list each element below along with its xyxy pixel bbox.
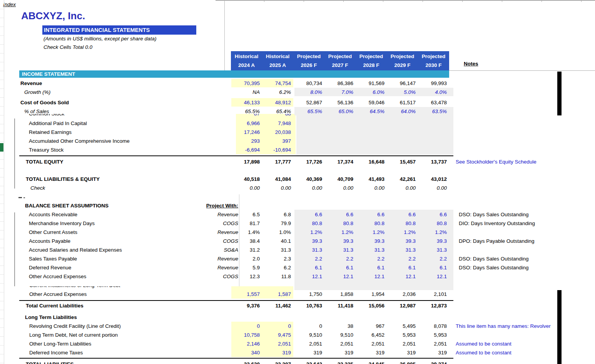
cell-total_liab-c4[interactable]: 24,845 <box>356 360 384 364</box>
cell-ar-c2[interactable]: 6.6 <box>293 210 322 219</box>
cell-ltd-c2[interactable]: 9,510 <box>293 331 322 339</box>
cell-mid-c0[interactable]: 81.7 <box>231 219 260 228</box>
cell-mid-c6[interactable]: 80.8 <box>418 219 447 228</box>
cell-check-c4[interactable]: 0.00 <box>356 184 384 192</box>
cell-total_le-c5[interactable]: 42,261 <box>387 175 416 184</box>
cell-check-c6[interactable]: 0.00 <box>418 184 447 192</box>
cell-retained-c1[interactable]: 20,038 <box>262 128 291 137</box>
cell-cogs-c5[interactable]: 61,517 <box>387 98 416 107</box>
cell-dr-c5[interactable]: 6.1 <box>387 263 416 272</box>
cell-total_le-c6[interactable]: 43,012 <box>418 175 447 184</box>
cell-dr-c4[interactable]: 6.1 <box>356 263 384 272</box>
cell-cogs-c0[interactable]: 46,133 <box>231 98 260 107</box>
cell-total_le-c0[interactable]: 40,518 <box>231 175 260 184</box>
cell-oca-c6[interactable]: 1.2% <box>418 228 447 237</box>
cell-stp-c3[interactable]: 2.2 <box>324 254 353 263</box>
cell-oca-c1[interactable]: 1.0% <box>262 228 291 237</box>
cell-total_equity-c2[interactable]: 17,726 <box>293 157 322 166</box>
cell-oae_a-c1[interactable]: 11.8 <box>262 272 291 281</box>
cell-oae_a-c0[interactable]: 12.3 <box>231 272 260 281</box>
cell-common_stock-c1[interactable]: 88 <box>262 114 291 118</box>
cell-dr-c2[interactable]: 6.1 <box>293 263 322 272</box>
cell-ar-c5[interactable]: 6.6 <box>387 210 416 219</box>
cell-stp-c5[interactable]: 2.2 <box>387 254 416 263</box>
cell-cogs-c3[interactable]: 56,136 <box>324 98 353 107</box>
cell-total_equity-c1[interactable]: 17,777 <box>262 157 291 166</box>
cell-retained-c0[interactable]: 17,246 <box>231 128 260 137</box>
cell-ar-c4[interactable]: 6.6 <box>356 210 384 219</box>
cell-treasury-c0[interactable]: -6,694 <box>231 145 260 154</box>
cell-oca-c0[interactable]: 1.4% <box>231 228 260 237</box>
cell-total_equity-c3[interactable]: 17,374 <box>324 157 353 166</box>
cell-apic-c1[interactable]: 7,948 <box>262 119 291 128</box>
cell-ltd-c4[interactable]: 6,452 <box>356 331 384 339</box>
cell-oltl-c1[interactable]: 2,051 <box>262 339 291 348</box>
cell-revolver-c3[interactable]: 38 <box>324 322 353 331</box>
cell-revenue-c1[interactable]: 74,754 <box>262 79 291 88</box>
cell-oca-c3[interactable]: 1.2% <box>324 228 353 237</box>
cell-revolver-c4[interactable]: 967 <box>356 322 384 331</box>
cell-mid-c1[interactable]: 79.9 <box>262 219 291 228</box>
cell-ar-c6[interactable]: 6.6 <box>418 210 447 219</box>
cell-oca-c4[interactable]: 1.2% <box>356 228 384 237</box>
cell-ap-c3[interactable]: 39.3 <box>324 237 353 245</box>
cell-mid-c3[interactable]: 80.8 <box>324 219 353 228</box>
cell-growth-c0[interactable]: NA <box>231 88 260 97</box>
cell-cogs-c1[interactable]: 48,912 <box>262 98 291 107</box>
cell-check-c5[interactable]: 0.00 <box>387 184 416 192</box>
cell-check-c3[interactable]: 0.00 <box>324 184 353 192</box>
cell-mid-c2[interactable]: 80.8 <box>293 219 322 228</box>
cell-oae_a-c3[interactable]: 12.1 <box>324 272 353 281</box>
cell-dit-c4[interactable]: 319 <box>356 348 384 357</box>
cell-tcl-c2[interactable]: 10,763 <box>293 301 322 310</box>
cell-dr-c0[interactable]: 5.9 <box>231 263 260 272</box>
cell-revolver-c5[interactable]: 5,495 <box>387 322 416 331</box>
cell-oae_l-c1[interactable]: 1,587 <box>262 290 291 299</box>
cell-total_le-c3[interactable]: 40,709 <box>324 175 353 184</box>
cell-aoci-c1[interactable]: 397 <box>262 137 291 145</box>
cell-oae_l-c5[interactable]: 2,036 <box>387 290 416 299</box>
cell-revenue-c4[interactable]: 91,569 <box>356 79 384 88</box>
cell-common_stock-c0[interactable]: 87 <box>231 114 260 118</box>
cell-oltl-c6[interactable]: 2,051 <box>418 339 447 348</box>
cell-total_liab-c1[interactable]: 23,307 <box>262 360 291 364</box>
cell-tcl-c4[interactable]: 15,056 <box>356 301 384 310</box>
cell-asre-c1[interactable]: 31.3 <box>262 245 291 254</box>
cell-total_equity-c5[interactable]: 15,457 <box>387 157 416 166</box>
cell-dr-c1[interactable]: 6.2 <box>262 263 291 272</box>
cell-total_liab-c5[interactable]: 26,805 <box>387 360 416 364</box>
cell-dit-c5[interactable]: 319 <box>387 348 416 357</box>
cell-total_le-c2[interactable]: 40,369 <box>293 175 322 184</box>
cell-treasury-c1[interactable]: -10,694 <box>262 145 291 154</box>
cell-ltd-c0[interactable]: 10,758 <box>231 331 260 339</box>
cell-oae_a-c6[interactable]: 12.1 <box>418 272 447 281</box>
cell-oltl-c2[interactable]: 2,051 <box>293 339 322 348</box>
cell-growth-c3[interactable]: 7.0% <box>324 88 353 97</box>
cell-cogs-c2[interactable]: 52,867 <box>293 98 322 107</box>
cell-ltd-c3[interactable]: 9,510 <box>324 331 353 339</box>
cell-ap-c1[interactable]: 40.1 <box>262 237 291 245</box>
cell-total_equity-c4[interactable]: 16,648 <box>356 157 384 166</box>
cell-tcl-c5[interactable]: 12,987 <box>387 301 416 310</box>
cell-ap-c0[interactable]: 38.4 <box>231 237 260 245</box>
cell-total_le-c4[interactable]: 41,493 <box>356 175 384 184</box>
cell-oca-c2[interactable]: 1.2% <box>293 228 322 237</box>
cell-ltd-c5[interactable]: 5,953 <box>387 331 416 339</box>
cell-oae_a-c2[interactable]: 12.1 <box>293 272 322 281</box>
cell-revolver-c6[interactable]: 8,078 <box>418 322 447 331</box>
cell-ap-c4[interactable]: 39.3 <box>356 237 384 245</box>
cell-dit-c3[interactable]: 319 <box>324 348 353 357</box>
cell-oae_l-c0[interactable]: 1,557 <box>231 290 260 299</box>
cell-asre-c5[interactable]: 31.3 <box>387 245 416 254</box>
cell-dr-c6[interactable]: 6.1 <box>418 263 447 272</box>
cell-total_equity-c0[interactable]: 17,898 <box>231 157 260 166</box>
cell-growth-c4[interactable]: 6.0% <box>356 88 384 97</box>
cell-total_liab-c3[interactable]: 23,335 <box>324 360 353 364</box>
cell-growth-c6[interactable]: 4.0% <box>418 88 447 97</box>
cell-ap-c6[interactable]: 39.3 <box>418 237 447 245</box>
cell-oltl-c0[interactable]: 2,146 <box>231 339 260 348</box>
cell-dit-c1[interactable]: 319 <box>262 348 291 357</box>
cell-asre-c0[interactable]: 31.2 <box>231 245 260 254</box>
cell-ap-c2[interactable]: 39.3 <box>293 237 322 245</box>
cell-revenue-c5[interactable]: 96,147 <box>387 79 416 88</box>
